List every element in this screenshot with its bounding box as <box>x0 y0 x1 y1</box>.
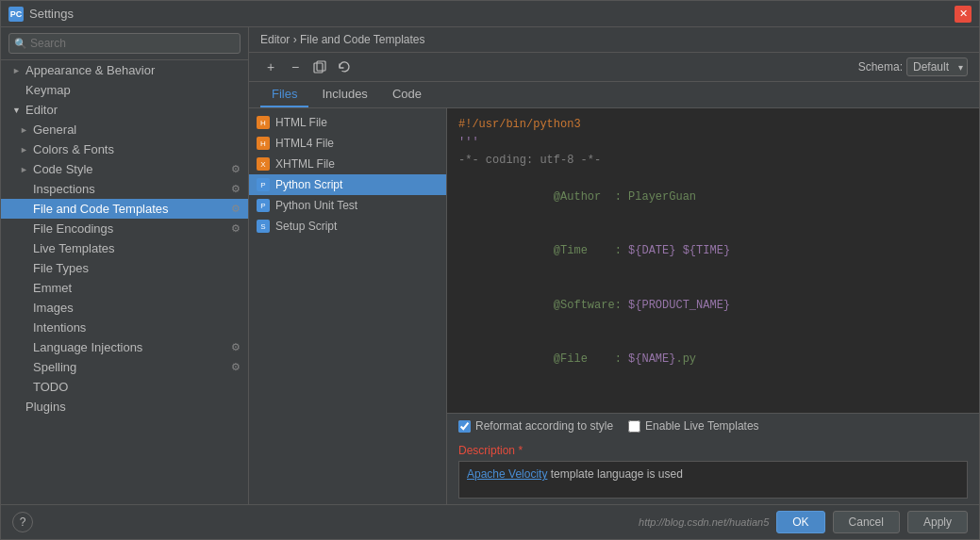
file-item-label: Setup Script <box>275 220 337 233</box>
sidebar-item-spelling[interactable]: Spelling⚙ <box>1 357 248 377</box>
file-item-python-unit-test[interactable]: PPython Unit Test <box>249 195 446 216</box>
close-button[interactable]: ✕ <box>955 6 972 23</box>
sidebar-item-label: File Encodings <box>33 221 113 236</box>
file-item-label: HTML File <box>275 116 327 129</box>
sidebar-item-label: Keymap <box>25 83 71 97</box>
sidebar-item-badge: ⚙ <box>231 341 241 353</box>
search-input[interactable] <box>8 33 241 54</box>
reformat-label[interactable]: Reformat according to style <box>458 419 613 433</box>
add-template-button[interactable]: + <box>260 57 281 77</box>
ok-button[interactable]: OK <box>776 511 824 533</box>
tab-files[interactable]: Files <box>260 82 308 107</box>
sidebar-item-inspections[interactable]: Inspections⚙ <box>1 179 248 199</box>
copy-template-button[interactable] <box>309 57 330 77</box>
file-icon-python: P <box>257 199 270 212</box>
search-wrap: 🔍 <box>8 33 241 54</box>
sidebar-item-keymap[interactable]: Keymap <box>1 80 248 100</box>
sidebar-item-file-encodings[interactable]: File Encodings⚙ <box>1 219 248 238</box>
sidebar-item-label: Spelling <box>33 360 76 374</box>
sidebar-item-label: Editor <box>25 103 58 117</box>
file-icon-python: P <box>257 178 270 191</box>
breadcrumb-text: Editor › File and Code Templates <box>260 33 425 46</box>
sidebar-item-intentions[interactable]: Intentions <box>1 318 248 337</box>
sidebar-item-badge: ⚙ <box>231 183 241 195</box>
reset-template-button[interactable] <box>334 57 355 77</box>
title-bar: PC Settings ✕ <box>1 1 979 27</box>
breadcrumb: Editor › File and Code Templates <box>249 27 979 53</box>
panel-content: HHTML FileHHTML4 FileXXHTML FilePPython … <box>249 108 979 504</box>
file-item-xhtml-file[interactable]: XXHTML File <box>249 154 446 174</box>
live-templates-checkbox[interactable] <box>628 420 640 433</box>
schema-select[interactable]: Default Project <box>906 57 968 76</box>
description-label: Description * <box>458 444 968 457</box>
file-item-label: Python Unit Test <box>275 199 357 212</box>
sidebar-item-code-style[interactable]: ►Code Style⚙ <box>1 159 248 179</box>
sidebar-item-appearance[interactable]: ►Appearance & Behavior <box>1 60 248 80</box>
sidebar-item-editor[interactable]: ▼Editor <box>1 100 248 120</box>
file-icon-html: H <box>257 137 270 150</box>
sidebar-item-badge: ⚙ <box>231 163 241 175</box>
sidebar-item-language-injections[interactable]: Language Injections⚙ <box>1 337 248 357</box>
sidebar-item-emmet[interactable]: Emmet <box>1 278 248 298</box>
code-line-6: @Software: ${PRODUCT_NAME} <box>458 279 968 334</box>
editor-area: #!/usr/bin/python3 ''' -*- coding: utf-8… <box>447 108 979 504</box>
app-icon: PC <box>8 7 24 22</box>
sidebar-item-general[interactable]: ►General <box>1 120 248 139</box>
sidebar-item-label: Intentions <box>33 320 86 335</box>
code-editor[interactable]: #!/usr/bin/python3 ''' -*- coding: utf-8… <box>447 108 979 413</box>
window-title: Settings <box>29 7 74 21</box>
watermark: http://blog.csdn.net/huatian5 <box>639 516 769 528</box>
file-item-html4-file[interactable]: HHTML4 File <box>249 133 446 154</box>
help-button[interactable]: ? <box>12 512 33 532</box>
file-list: HHTML FileHHTML4 FileXXHTML FilePPython … <box>249 108 447 504</box>
sidebar-item-badge: ⚙ <box>231 361 241 373</box>
sidebar-nav: ►Appearance & BehaviorKeymap▼Editor►Gene… <box>1 60 248 417</box>
title-bar-left: PC Settings <box>8 7 74 22</box>
description-area: Description * Apache Velocity template l… <box>447 438 979 504</box>
sidebar-item-todo[interactable]: TODO <box>1 377 248 397</box>
sidebar-item-live-templates[interactable]: Live Templates <box>1 238 248 258</box>
editor-options: Reformat according to style Enable Live … <box>447 413 979 438</box>
file-item-python-script[interactable]: PPython Script <box>249 174 446 195</box>
file-item-setup-script[interactable]: SSetup Script <box>249 216 446 237</box>
schema-select-wrap: Default Project <box>906 57 968 76</box>
apply-button[interactable]: Apply <box>907 511 968 533</box>
tab-bar: Files Includes Code <box>249 82 979 108</box>
right-panel: Editor › File and Code Templates + − <box>249 27 979 504</box>
cancel-button[interactable]: Cancel <box>833 511 900 533</box>
sidebar-item-label: TODO <box>33 380 68 394</box>
sidebar-item-label: Images <box>33 301 74 315</box>
bottom-right: http://blog.csdn.net/huatian5 OK Cancel … <box>639 511 968 533</box>
sidebar-item-label: File and Code Templates <box>33 202 169 216</box>
code-line-7: @File : ${NAME}.py <box>458 333 968 387</box>
file-item-label: HTML4 File <box>275 137 334 150</box>
sidebar-item-label: Live Templates <box>33 241 114 255</box>
reformat-checkbox[interactable] <box>458 420 471 433</box>
bottom-bar: ? http://blog.csdn.net/huatian5 OK Cance… <box>1 504 979 539</box>
search-box: 🔍 <box>1 27 248 60</box>
sidebar-item-images[interactable]: Images <box>1 298 248 318</box>
file-icon-xhtml: X <box>257 157 270 171</box>
sidebar-item-label: Emmet <box>33 281 72 295</box>
schema-label: Schema: <box>858 60 903 74</box>
sidebar-item-plugins[interactable]: Plugins <box>1 397 248 417</box>
sidebar-item-file-and-code-templates[interactable]: File and Code Templates⚙ <box>1 199 248 219</box>
code-line-5: @Time : ${DATE} ${TIME} <box>458 224 968 279</box>
sidebar-item-label: Language Injections <box>33 340 142 354</box>
sidebar-item-colors-fonts[interactable]: ►Colors & Fonts <box>1 139 248 159</box>
apache-velocity-link[interactable]: Apache Velocity <box>467 467 547 481</box>
toolbar: + − Schema: Default <box>249 53 979 82</box>
file-item-html-file[interactable]: HHTML File <box>249 112 446 133</box>
tab-code[interactable]: Code <box>381 82 433 107</box>
description-box: Apache Velocity template language is use… <box>458 461 968 499</box>
live-templates-label[interactable]: Enable Live Templates <box>628 419 759 433</box>
file-item-label: XHTML File <box>275 157 335 171</box>
sidebar-item-label: Code Style <box>33 162 93 176</box>
file-item-label: Python Script <box>275 178 342 191</box>
tab-includes[interactable]: Includes <box>310 82 378 107</box>
sidebar-item-label: General <box>33 123 76 137</box>
sidebar-item-badge: ⚙ <box>231 222 241 235</box>
sidebar-item-label: Plugins <box>25 400 66 414</box>
sidebar-item-file-types[interactable]: File Types <box>1 258 248 278</box>
remove-template-button[interactable]: − <box>285 57 306 77</box>
